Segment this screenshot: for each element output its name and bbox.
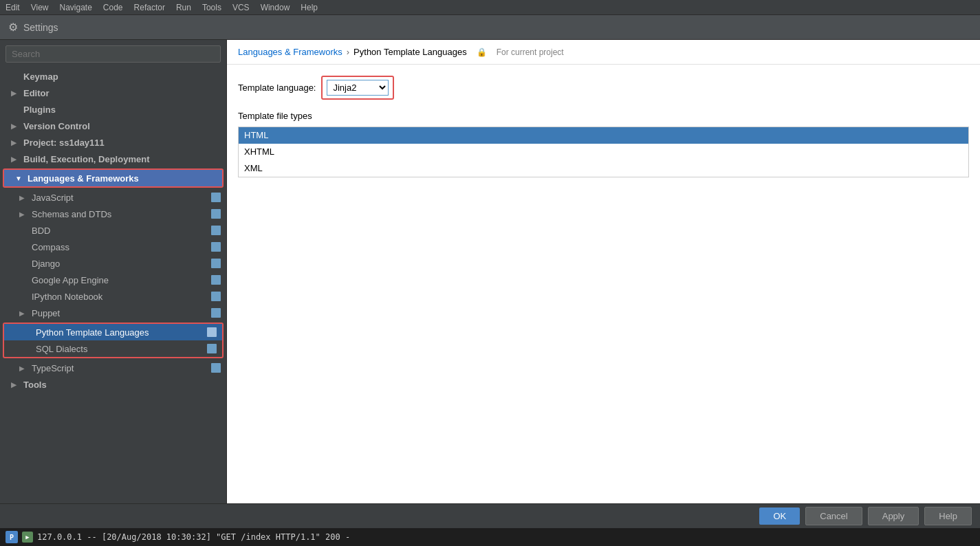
sidebar-item-ipython[interactable]: IPython Notebook bbox=[0, 288, 226, 305]
menu-refactor[interactable]: Refactor bbox=[134, 3, 165, 12]
menu-tools[interactable]: Tools bbox=[202, 3, 221, 12]
menu-view[interactable]: View bbox=[31, 3, 49, 12]
python-template-section: Python Template Languages SQL Dialects bbox=[3, 323, 224, 358]
settings-body: Keymap ▶ Editor Plugins ▶ Version Contro… bbox=[0, 40, 980, 503]
sidebar-item-label: Tools bbox=[23, 380, 47, 390]
file-type-html[interactable]: HTML bbox=[239, 127, 968, 144]
sidebar-item-python-template[interactable]: Python Template Languages bbox=[4, 324, 222, 340]
menu-navigate[interactable]: Navigate bbox=[59, 3, 91, 12]
sidebar-item-label: Build, Execution, Deployment bbox=[23, 154, 149, 164]
breadcrumb: Languages & Frameworks › Python Template… bbox=[227, 40, 980, 65]
sidebar-item-label: SQL Dialects bbox=[36, 344, 87, 354]
menu-window[interactable]: Window bbox=[261, 3, 290, 12]
breadcrumb-separator: › bbox=[347, 47, 349, 57]
expand-arrow: ▶ bbox=[11, 89, 21, 97]
sidebar-item-version-control[interactable]: ▶ Version Control bbox=[0, 118, 226, 134]
expand-arrow: ▶ bbox=[11, 155, 21, 163]
sidebar-item-label: Editor bbox=[23, 88, 50, 98]
settings-icon: ⚙ bbox=[8, 21, 18, 34]
expand-arrow: ▶ bbox=[11, 139, 21, 146]
main-content: Languages & Frameworks › Python Template… bbox=[227, 40, 980, 503]
menu-bar: Edit View Navigate Code Refactor Run Too… bbox=[0, 0, 980, 15]
expand-arrow: ▶ bbox=[19, 194, 29, 201]
sidebar-item-google-app-engine[interactable]: Google App Engine bbox=[0, 272, 226, 288]
breadcrumb-current: Python Template Languages bbox=[353, 47, 467, 57]
status-text: 127.0.0.1 -- [20/Aug/2018 10:30:32] "GET… bbox=[37, 532, 350, 542]
sidebar-item-label: Project: ss1day111 bbox=[23, 138, 105, 148]
menu-help[interactable]: Help bbox=[301, 3, 318, 12]
status-bar: P ▶ 127.0.0.1 -- [20/Aug/2018 10:30:32] … bbox=[0, 528, 980, 546]
help-button[interactable]: Help bbox=[924, 507, 972, 525]
page-icon bbox=[211, 275, 221, 285]
apply-button[interactable]: Apply bbox=[868, 507, 919, 525]
file-type-xml[interactable]: XML bbox=[239, 160, 968, 177]
settings-window: ⚙ Settings Keymap ▶ Editor bbox=[0, 15, 980, 528]
title-bar: ⚙ Settings bbox=[0, 15, 980, 40]
template-language-select-outline: None Django Jinja2 Mako Web2Py bbox=[321, 76, 394, 100]
search-box bbox=[0, 40, 226, 68]
menu-vcs[interactable]: VCS bbox=[232, 3, 250, 12]
bottom-bar: OK Cancel Apply Help bbox=[0, 503, 980, 528]
sidebar-item-label: Google App Engine bbox=[32, 275, 109, 285]
status-icon-right: ▶ bbox=[22, 532, 33, 543]
sidebar-item-keymap[interactable]: Keymap bbox=[0, 68, 226, 85]
status-icon-left: P bbox=[6, 531, 18, 543]
languages-frameworks-section: ▼ Languages & Frameworks bbox=[3, 168, 224, 188]
menu-run[interactable]: Run bbox=[176, 3, 191, 12]
menu-edit[interactable]: Edit bbox=[6, 3, 20, 12]
search-input[interactable] bbox=[6, 45, 221, 63]
ok-button[interactable]: OK bbox=[759, 507, 800, 525]
sidebar-item-label: Keymap bbox=[23, 72, 58, 82]
page-icon bbox=[211, 226, 221, 235]
sidebar-item-languages[interactable]: ▼ Languages & Frameworks bbox=[4, 170, 222, 186]
cancel-button[interactable]: Cancel bbox=[805, 507, 862, 525]
breadcrumb-project-label: For current project bbox=[497, 47, 564, 57]
sidebar-item-bdd[interactable]: BDD bbox=[0, 222, 226, 239]
sidebar-item-label: Version Control bbox=[23, 121, 90, 131]
sidebar-item-label: Plugins bbox=[23, 105, 56, 115]
sidebar-item-compass[interactable]: Compass bbox=[0, 239, 226, 255]
sidebar-item-label: Puppet bbox=[32, 308, 60, 318]
template-language-select[interactable]: None Django Jinja2 Mako Web2Py bbox=[327, 80, 389, 96]
file-type-xhtml[interactable]: XHTML bbox=[239, 144, 968, 160]
page-icon bbox=[211, 259, 221, 268]
page-icon bbox=[211, 193, 221, 202]
sidebar-item-label: Languages & Frameworks bbox=[28, 173, 139, 184]
sidebar-item-label: Compass bbox=[32, 242, 69, 252]
template-language-label: Template language: bbox=[238, 83, 316, 93]
sidebar-item-label: IPython Notebook bbox=[32, 292, 102, 302]
sidebar-item-sql-dialects[interactable]: SQL Dialects bbox=[4, 340, 222, 357]
page-icon bbox=[211, 209, 221, 219]
page-icon bbox=[207, 327, 217, 337]
sidebar-list: Keymap ▶ Editor Plugins ▶ Version Contro… bbox=[0, 68, 226, 503]
sidebar-item-editor[interactable]: ▶ Editor bbox=[0, 85, 226, 101]
sidebar-item-build[interactable]: ▶ Build, Execution, Deployment bbox=[0, 151, 226, 167]
sidebar: Keymap ▶ Editor Plugins ▶ Version Contro… bbox=[0, 40, 227, 503]
sidebar-item-schemas[interactable]: ▶ Schemas and DTDs bbox=[0, 206, 226, 222]
sidebar-item-label: Python Template Languages bbox=[36, 327, 149, 338]
expand-arrow: ▶ bbox=[11, 381, 21, 389]
sidebar-item-project[interactable]: ▶ Project: ss1day111 bbox=[0, 134, 226, 151]
template-language-row: Template language: None Django Jinja2 Ma… bbox=[238, 76, 969, 100]
sidebar-item-django[interactable]: Django bbox=[0, 255, 226, 272]
sidebar-item-plugins[interactable]: Plugins bbox=[0, 101, 226, 118]
expand-arrow: ▶ bbox=[19, 364, 29, 372]
content-area: Template language: None Django Jinja2 Ma… bbox=[227, 65, 980, 503]
sidebar-item-label: TypeScript bbox=[32, 363, 74, 373]
page-icon bbox=[211, 308, 221, 318]
breadcrumb-languages[interactable]: Languages & Frameworks bbox=[238, 47, 342, 57]
page-icon bbox=[211, 242, 221, 252]
sidebar-item-label: JavaScript bbox=[32, 193, 74, 203]
page-icon bbox=[211, 292, 221, 301]
sidebar-item-tools[interactable]: ▶ Tools bbox=[0, 376, 226, 393]
sidebar-item-label: Schemas and DTDs bbox=[32, 209, 111, 219]
sidebar-item-puppet[interactable]: ▶ Puppet bbox=[0, 305, 226, 321]
sidebar-item-javascript[interactable]: ▶ JavaScript bbox=[0, 189, 226, 206]
expand-arrow: ▶ bbox=[19, 309, 29, 317]
menu-code[interactable]: Code bbox=[103, 3, 123, 12]
expand-arrow: ▶ bbox=[11, 122, 21, 130]
sidebar-item-typescript[interactable]: ▶ TypeScript bbox=[0, 360, 226, 376]
template-file-types-label: Template file types bbox=[238, 111, 969, 121]
page-icon bbox=[211, 363, 221, 373]
file-types-list: HTML XHTML XML bbox=[238, 127, 969, 177]
